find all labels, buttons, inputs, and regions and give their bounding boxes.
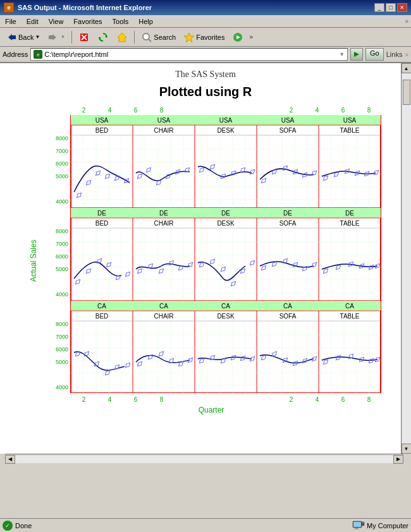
media-icon [232, 32, 243, 43]
menu-bar: File Edit View Favorites Tools Help » [0, 15, 411, 28]
menu-tools[interactable]: Tools [110, 17, 132, 26]
svg-text:DESK: DESK [217, 127, 235, 134]
refresh-button[interactable] [94, 30, 112, 45]
svg-text:7000: 7000 [56, 148, 68, 154]
go-button[interactable]: Go [365, 48, 384, 61]
scrollbar-horizontal[interactable]: ◀ ▶ [5, 454, 403, 464]
svg-text:CA: CA [345, 303, 354, 310]
window-title: SAS Output - Microsoft Internet Explorer [18, 4, 371, 11]
scroll-down-button[interactable]: ▼ [402, 444, 412, 454]
svg-rect-1 [12, 35, 16, 39]
tick-group-bottom-1: 2 4 6 8 [71, 396, 175, 403]
svg-text:4000: 4000 [56, 291, 68, 298]
media-button[interactable] [229, 30, 247, 45]
svg-text:DESK: DESK [217, 220, 235, 227]
favorites-label: Favorites [196, 33, 224, 41]
scroll-track-v[interactable] [402, 73, 411, 444]
svg-text:7000: 7000 [56, 241, 68, 247]
address-input[interactable]: e C:\temp\r\report.html ▼ [30, 48, 348, 61]
address-label: Address [3, 51, 28, 58]
svg-text:5000: 5000 [56, 173, 68, 179]
tick-2c: 2 [288, 107, 295, 114]
svg-text:USA: USA [157, 117, 171, 124]
forward-icon [47, 32, 59, 43]
tick-group-2 [175, 107, 278, 114]
scroll-track-h[interactable] [15, 456, 393, 463]
svg-text:CHAIR: CHAIR [154, 313, 173, 320]
menu-favorites[interactable]: Favorites [71, 17, 104, 26]
tick-8a: 8 [159, 107, 165, 114]
maximize-button[interactable]: □ [386, 3, 396, 12]
chart-outer: Actual Sales 2 4 6 8 [13, 107, 398, 414]
back-button[interactable]: Back ▼ [3, 30, 43, 45]
scroll-up-button[interactable]: ▲ [402, 63, 412, 73]
content-region: The SAS System Plotted using R Actual Sa… [0, 63, 411, 454]
svg-marker-15 [354, 52, 359, 57]
home-button[interactable] [113, 30, 131, 45]
svg-rect-3 [49, 35, 52, 39]
tick-8b [262, 107, 269, 114]
stop-icon [78, 32, 90, 43]
chart-title: Plotted using R [13, 85, 398, 99]
chart-main: 2 4 6 8 [40, 107, 382, 414]
svg-rect-232 [354, 529, 359, 529]
btick-8a: 8 [159, 396, 165, 403]
svg-marker-12 [184, 33, 194, 42]
close-button[interactable]: ✕ [397, 3, 407, 12]
svg-text:TABLE: TABLE [340, 127, 360, 134]
back-label: Back [18, 33, 34, 41]
window-icon: e [4, 3, 14, 13]
address-bar: Address e C:\temp\r\report.html ▼ Go Lin… [0, 47, 411, 63]
scroll-left-button[interactable]: ◀ [5, 455, 15, 464]
home-icon [116, 32, 128, 43]
menu-file[interactable]: File [3, 17, 19, 26]
tick-2b [185, 107, 191, 114]
scrollbar-vertical[interactable]: ▲ ▼ [401, 63, 411, 454]
scroll-thumb-v[interactable] [403, 80, 410, 105]
system-title: The SAS System [13, 70, 398, 80]
y-axis-label: Actual Sales [29, 128, 38, 394]
search-button[interactable]: Search [138, 30, 179, 45]
svg-text:BED: BED [95, 127, 109, 134]
tick-6c: 6 [340, 107, 347, 114]
refresh-icon [97, 32, 109, 43]
btick-6c: 6 [340, 396, 347, 403]
forward-button[interactable]: ▼ [44, 30, 68, 45]
btick-2a: 2 [81, 396, 87, 403]
address-favicon: e [34, 50, 42, 59]
svg-text:USA: USA [343, 117, 357, 124]
svg-rect-231 [355, 528, 358, 529]
svg-line-11 [149, 39, 151, 42]
btick-6b [236, 396, 243, 403]
toolbar-overflow: » [249, 33, 253, 40]
favorites-button[interactable]: Favorites [180, 30, 228, 45]
tick-2a: 2 [81, 107, 87, 114]
tick-4b [211, 107, 217, 114]
svg-marker-9 [118, 33, 126, 42]
btick-8b [262, 396, 269, 403]
svg-text:CA: CA [159, 303, 168, 310]
svg-text:DE: DE [97, 210, 106, 217]
svg-text:SOFA: SOFA [279, 220, 297, 227]
menu-edit[interactable]: Edit [24, 17, 41, 26]
menu-help[interactable]: Help [136, 17, 156, 26]
svg-text:DE: DE [345, 210, 354, 217]
stop-button[interactable] [75, 30, 93, 45]
address-go-arrow[interactable] [350, 48, 363, 61]
minimize-button[interactable]: _ [374, 3, 384, 12]
tick-4a: 4 [107, 107, 113, 114]
go-arrow-icon [353, 51, 360, 58]
status-icon: ✓ [3, 521, 13, 531]
btick-4a: 4 [107, 396, 113, 403]
btick-6a: 6 [133, 396, 139, 403]
menu-view[interactable]: View [46, 17, 66, 26]
content-body: The SAS System Plotted using R Actual Sa… [0, 63, 411, 421]
search-label: Search [154, 33, 176, 41]
svg-rect-16 [71, 115, 381, 393]
chart-grid: USA USA USA USA USA BED CHAIR DESK [40, 115, 382, 395]
svg-text:7000: 7000 [56, 334, 68, 340]
svg-text:6000: 6000 [56, 253, 68, 260]
scroll-right-button[interactable]: ▶ [393, 455, 403, 464]
btick-8c: 8 [366, 396, 372, 403]
search-magnifier-icon [141, 32, 152, 43]
